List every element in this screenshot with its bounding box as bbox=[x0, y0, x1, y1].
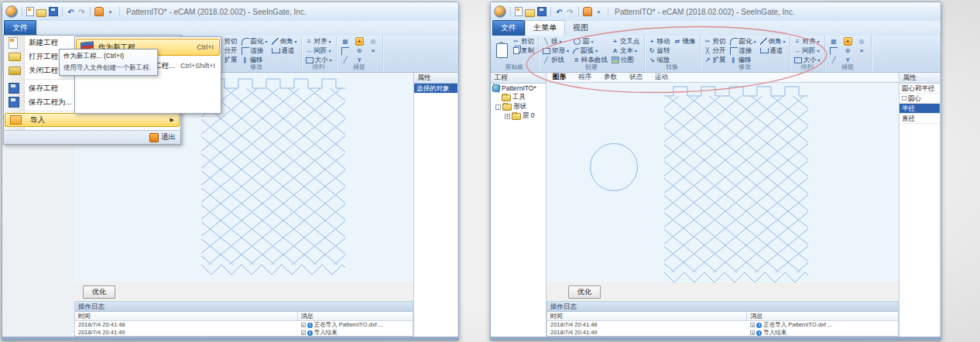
log-expander-icon[interactable]: + bbox=[750, 330, 755, 335]
ribbon-button-gap[interactable]: 间距▾ bbox=[793, 46, 821, 55]
ribbon-button-join[interactable]: 连接 bbox=[729, 46, 757, 55]
tree-item-层 0[interactable]: +层 0 bbox=[491, 111, 546, 121]
zoom-snap[interactable] bbox=[368, 37, 379, 46]
move-snap[interactable] bbox=[354, 37, 365, 46]
log-expander-icon[interactable]: + bbox=[301, 323, 306, 327]
ribbon-button-channel[interactable]: 通道 bbox=[759, 46, 786, 55]
mesh-pattern-drawing[interactable] bbox=[663, 84, 810, 283]
redo-icon[interactable]: ↷ bbox=[77, 8, 86, 16]
tree-expander-icon[interactable]: + bbox=[505, 114, 510, 119]
tree-item-root[interactable]: PatternITO* bbox=[491, 84, 546, 93]
tooltip-title: 作为新工程... (Ctrl+I) bbox=[63, 52, 153, 61]
canvas-tab-程序[interactable]: 程序 bbox=[578, 73, 591, 82]
ribbon-button-chamfer[interactable]: 倒角▾ bbox=[271, 37, 298, 46]
tab-main-menu[interactable]: 主菜单 bbox=[525, 20, 565, 36]
operation-log-header: 操作日志 bbox=[547, 302, 898, 312]
grid-snap[interactable] bbox=[340, 37, 351, 46]
cross-snap[interactable] bbox=[368, 46, 379, 55]
tab-file[interactable]: 文件 bbox=[492, 20, 525, 36]
open-folder-icon[interactable] bbox=[525, 9, 535, 17]
canvas-tab-参数[interactable]: 参数 bbox=[604, 73, 617, 82]
save-icon[interactable] bbox=[537, 7, 547, 16]
ribbon-button-trim[interactable]: 剪切 bbox=[704, 37, 727, 46]
canvas-tab-运动[interactable]: 运动 bbox=[655, 73, 668, 82]
window-right: ↶ ↷ ▾ PatternITO* - eCAM (2018.02.002) -… bbox=[490, 2, 941, 340]
zoom-snap[interactable] bbox=[856, 37, 868, 46]
ribbon-button-mirror[interactable]: 镜像 bbox=[673, 37, 697, 46]
circle-drawing[interactable] bbox=[590, 143, 638, 191]
qat-dropdown-icon[interactable]: ▾ bbox=[595, 8, 603, 16]
drawing-canvas[interactable] bbox=[547, 83, 899, 282]
app-orb-icon[interactable] bbox=[5, 5, 18, 18]
canvas-tab-状态[interactable]: 状态 bbox=[629, 73, 642, 82]
pan-hand-icon[interactable] bbox=[94, 7, 104, 16]
tree-item-形状[interactable]: -形状 bbox=[491, 102, 546, 111]
gap-icon bbox=[306, 47, 313, 54]
ribbon-button-point[interactable]: 交叉点 bbox=[611, 37, 641, 46]
corner-snap[interactable] bbox=[828, 46, 840, 55]
app-orb-icon[interactable] bbox=[494, 5, 506, 18]
mesh-pattern-drawing[interactable] bbox=[200, 76, 347, 275]
log-column-message[interactable]: 消息 bbox=[747, 312, 898, 320]
center-snap[interactable] bbox=[354, 46, 365, 55]
ribbon-button-chamfer[interactable]: 倒角▾ bbox=[759, 37, 786, 46]
ribbon-button-move[interactable]: 移动 bbox=[648, 37, 671, 46]
move-snap[interactable] bbox=[842, 37, 854, 46]
property-row[interactable]: 圆心和半径 bbox=[899, 84, 940, 94]
pan-hand-icon[interactable] bbox=[583, 7, 592, 16]
open-folder-icon[interactable] bbox=[36, 9, 46, 17]
corner-snap[interactable] bbox=[340, 46, 351, 55]
center-snap[interactable] bbox=[842, 46, 854, 55]
menu-item-import[interactable]: 导入▶ bbox=[5, 113, 180, 127]
ribbon-button-align[interactable]: 对齐▾ bbox=[305, 37, 333, 46]
log-column-time[interactable]: 时间 bbox=[547, 312, 747, 320]
ribbon-button-arc[interactable]: 圆弧▾ bbox=[572, 46, 608, 55]
cross-snap[interactable] bbox=[856, 46, 868, 55]
quick-access-toolbar: ↶ ↷ ▾ bbox=[5, 5, 115, 18]
saveas-icon bbox=[9, 97, 19, 108]
undo-icon[interactable]: ↶ bbox=[67, 8, 75, 16]
log-column-time[interactable]: 时间 bbox=[75, 312, 298, 320]
property-row[interactable]: 半径 bbox=[899, 104, 940, 114]
property-row[interactable]: 直径 bbox=[899, 114, 940, 124]
property-expander-icon[interactable] bbox=[902, 96, 906, 101]
info-icon: i bbox=[307, 330, 313, 336]
ribbon-button-circle[interactable]: 圆▾ bbox=[572, 37, 608, 46]
grid-snap[interactable] bbox=[828, 37, 840, 46]
property-label: 选择的对象 bbox=[416, 84, 450, 93]
ribbon-button-align[interactable]: 对齐▾ bbox=[793, 37, 821, 46]
ribbon-button-split[interactable]: 分开 bbox=[704, 46, 727, 55]
paste-button[interactable] bbox=[494, 37, 509, 63]
tab-file[interactable]: 文件 bbox=[4, 20, 36, 36]
log-time-cell: 2018/7/4 20:41:48 bbox=[75, 321, 298, 329]
log-column-message[interactable]: 消息 bbox=[298, 312, 413, 320]
ribbon-button-rect[interactable]: 矩形▾ bbox=[542, 46, 570, 55]
property-row[interactable]: 圆心 bbox=[899, 94, 940, 104]
ribbon-button-cut[interactable]: 剪切 bbox=[512, 37, 535, 46]
ribbon-button-gap[interactable]: 间距▾ bbox=[305, 46, 333, 55]
ribbon-button-fillet[interactable]: 圆化▾ bbox=[241, 37, 269, 46]
undo-icon[interactable]: ↶ bbox=[555, 8, 564, 16]
optimize-button[interactable]: 优化 bbox=[83, 286, 115, 299]
optimize-button[interactable]: 优化 bbox=[568, 286, 601, 299]
log-expander-icon[interactable]: + bbox=[301, 330, 306, 335]
canvas-tab-图形[interactable]: 图形 bbox=[553, 73, 566, 82]
ribbon-button-fillet[interactable]: 圆化▾ bbox=[729, 37, 757, 46]
property-row[interactable]: 选择的对象 bbox=[414, 84, 457, 94]
redo-icon[interactable]: ↷ bbox=[566, 8, 574, 16]
tab-view[interactable]: 视图 bbox=[565, 21, 596, 36]
tree-expander-icon[interactable]: - bbox=[495, 104, 501, 110]
log-expander-icon[interactable]: + bbox=[750, 323, 755, 327]
save-icon[interactable] bbox=[49, 7, 58, 16]
new-document-icon[interactable] bbox=[515, 7, 523, 16]
ribbon-button-line[interactable]: 线▾ bbox=[542, 37, 570, 46]
ribbon-button-text[interactable]: 文本▾ bbox=[611, 46, 641, 55]
new-document-icon[interactable] bbox=[26, 7, 34, 16]
ribbon-button-rotate[interactable]: 旋转 bbox=[648, 46, 671, 55]
ribbon-button-channel[interactable]: 通道 bbox=[271, 46, 298, 55]
qat-dropdown-icon[interactable]: ▾ bbox=[106, 8, 115, 16]
exit-button[interactable]: 退出 bbox=[161, 132, 176, 142]
tree-item-工具[interactable]: 工具 bbox=[491, 93, 546, 102]
ribbon-button-join[interactable]: 连接 bbox=[241, 46, 269, 55]
ribbon-button-copy[interactable]: 复制 bbox=[512, 46, 535, 55]
